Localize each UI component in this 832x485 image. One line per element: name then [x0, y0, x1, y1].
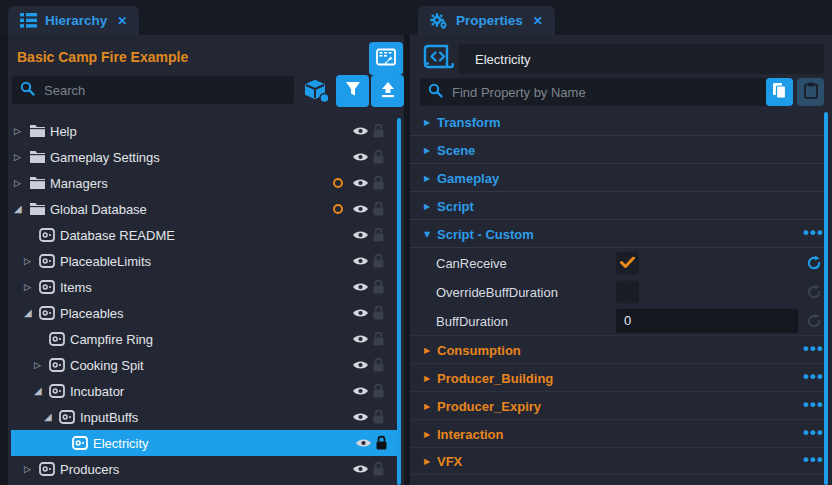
folder-icon	[29, 176, 46, 190]
subsection-consumption[interactable]: ▶Consumption•••	[410, 335, 824, 363]
lock-icon[interactable]	[372, 228, 385, 243]
reset-icon[interactable]	[806, 313, 822, 329]
visibility-eye-icon[interactable]	[352, 178, 369, 189]
subsection-interaction[interactable]: ▶Interaction•••	[410, 419, 824, 447]
expand-arrow-icon[interactable]: ▷	[24, 465, 31, 474]
expand-arrow-icon[interactable]: ▷	[24, 283, 31, 292]
collapse-arrow-icon[interactable]: ◢	[14, 204, 22, 214]
collapse-arrow-icon[interactable]: ◢	[24, 308, 32, 318]
reset-icon[interactable]	[806, 284, 822, 300]
tree-row-placeablelimits[interactable]: ▷PlaceableLimits	[8, 248, 397, 274]
expand-arrow-icon[interactable]: ▷	[24, 257, 31, 266]
tree-row-managers[interactable]: ▷Managers	[8, 170, 397, 196]
field-canreceive: CanReceive	[410, 248, 824, 277]
copy-properties-button[interactable]	[766, 78, 793, 106]
expand-arrow-icon[interactable]: ▷	[34, 361, 41, 370]
subsection-producer-building[interactable]: ▶Producer_Building•••	[410, 363, 824, 391]
publish-level-button[interactable]	[369, 42, 403, 75]
visibility-eye-icon[interactable]	[352, 152, 369, 163]
lock-icon[interactable]	[372, 462, 385, 477]
tree-row-electricity[interactable]: Electricity	[11, 430, 397, 456]
section-label: Transform	[437, 114, 501, 129]
visibility-eye-icon[interactable]	[352, 412, 369, 423]
visibility-eye-icon[interactable]	[352, 308, 369, 319]
subsection-vfx[interactable]: ▶VFX•••	[410, 447, 824, 475]
lock-icon[interactable]	[372, 176, 385, 191]
visibility-eye-icon[interactable]	[352, 204, 369, 215]
tab-hierarchy-close-icon[interactable]: ✕	[117, 14, 127, 28]
more-options-button[interactable]: •••	[803, 396, 824, 413]
section-script-custom[interactable]: ▼Script - Custom•••	[410, 220, 824, 248]
more-options-button[interactable]: •••	[803, 340, 824, 357]
field-overridebuffduration: OverrideBuffDuration	[410, 277, 824, 306]
lock-icon[interactable]	[372, 280, 385, 295]
visibility-eye-icon[interactable]	[352, 230, 369, 241]
property-search[interactable]	[420, 78, 766, 106]
more-options-button[interactable]: •••	[803, 368, 824, 385]
tab-hierarchy[interactable]: Hierarchy ✕	[8, 6, 139, 35]
section-gameplay[interactable]: ▶Gameplay	[410, 164, 824, 192]
section-transform[interactable]: ▶Transform	[410, 108, 824, 136]
section-scene[interactable]: ▶Scene	[410, 136, 824, 164]
expand-arrow-icon[interactable]: ▷	[14, 127, 21, 136]
hierarchy-search[interactable]	[12, 76, 294, 104]
subsection-producer-expiry[interactable]: ▶Producer_Expiry•••	[410, 391, 824, 419]
lock-icon[interactable]	[375, 436, 388, 451]
hierarchy-search-input[interactable]	[42, 82, 286, 99]
tree-row-placeables[interactable]: ◢Placeables	[8, 300, 397, 326]
collapse-arrow-icon[interactable]: ◢	[34, 386, 42, 396]
paste-properties-button[interactable]	[797, 78, 824, 106]
hierarchy-scrollbar[interactable]	[397, 118, 401, 485]
collapse-arrow-icon[interactable]: ◢	[44, 412, 52, 422]
upload-button[interactable]	[371, 75, 404, 107]
folder-icon	[29, 202, 46, 216]
tree-row-gameplay-settings[interactable]: ▷Gameplay Settings	[8, 144, 397, 170]
tree-row-global-database[interactable]: ◢Global Database	[8, 196, 397, 222]
tab-properties[interactable]: Properties ✕	[418, 6, 555, 35]
expand-arrow-icon[interactable]: ▷	[14, 153, 21, 162]
tree-row-incubator[interactable]: ◢Incubator	[8, 378, 397, 404]
checkbox-overridebuffduration[interactable]	[616, 280, 639, 303]
filter-button[interactable]	[336, 75, 369, 107]
section-script[interactable]: ▶Script	[410, 192, 824, 220]
lock-icon[interactable]	[372, 202, 385, 217]
tree-row-help[interactable]: ▷Help	[8, 118, 397, 144]
tree-row-inputbuffs[interactable]: ◢InputBuffs	[8, 404, 397, 430]
input-buffduration[interactable]	[616, 309, 798, 333]
more-options-button[interactable]: •••	[803, 424, 824, 441]
tree-row-campfire-ring[interactable]: Campfire Ring	[8, 326, 397, 352]
visibility-eye-icon[interactable]	[352, 334, 369, 345]
visibility-eye-icon[interactable]	[352, 386, 369, 397]
tree-row-producers[interactable]: ▷Producers	[8, 456, 397, 482]
section-label: Scene	[437, 142, 475, 157]
lock-icon[interactable]	[372, 332, 385, 347]
tree-row-items[interactable]: ▷Items	[8, 274, 397, 300]
tree-row-database-readme[interactable]: Database README	[8, 222, 397, 248]
lock-icon[interactable]	[372, 254, 385, 269]
lock-icon[interactable]	[372, 150, 385, 165]
visibility-eye-icon[interactable]	[352, 464, 369, 475]
lock-icon[interactable]	[372, 306, 385, 321]
network-cube-icon[interactable]	[304, 79, 331, 104]
expand-arrow-icon[interactable]: ▷	[14, 179, 21, 188]
tree-row-cooking-spit[interactable]: ▷Cooking Spit	[8, 352, 397, 378]
lock-icon[interactable]	[372, 384, 385, 399]
tree-item-label: Global Database	[50, 202, 147, 217]
properties-scrollbar[interactable]	[824, 112, 828, 485]
lock-icon[interactable]	[372, 358, 385, 373]
search-icon	[20, 81, 35, 100]
lock-icon[interactable]	[372, 124, 385, 139]
visibility-eye-icon[interactable]	[352, 282, 369, 293]
visibility-eye-icon[interactable]	[352, 360, 369, 371]
reset-icon[interactable]	[806, 255, 822, 271]
tab-properties-close-icon[interactable]: ✕	[533, 14, 543, 28]
visibility-eye-icon[interactable]	[352, 256, 369, 267]
visibility-eye-icon[interactable]	[352, 126, 369, 137]
lock-icon[interactable]	[372, 410, 385, 425]
checkbox-canreceive[interactable]	[616, 251, 639, 274]
more-options-button[interactable]: •••	[803, 224, 824, 241]
object-name-input[interactable]	[458, 44, 824, 74]
more-options-button[interactable]: •••	[803, 451, 824, 468]
property-search-input[interactable]	[450, 84, 758, 101]
visibility-eye-icon[interactable]	[355, 438, 372, 449]
